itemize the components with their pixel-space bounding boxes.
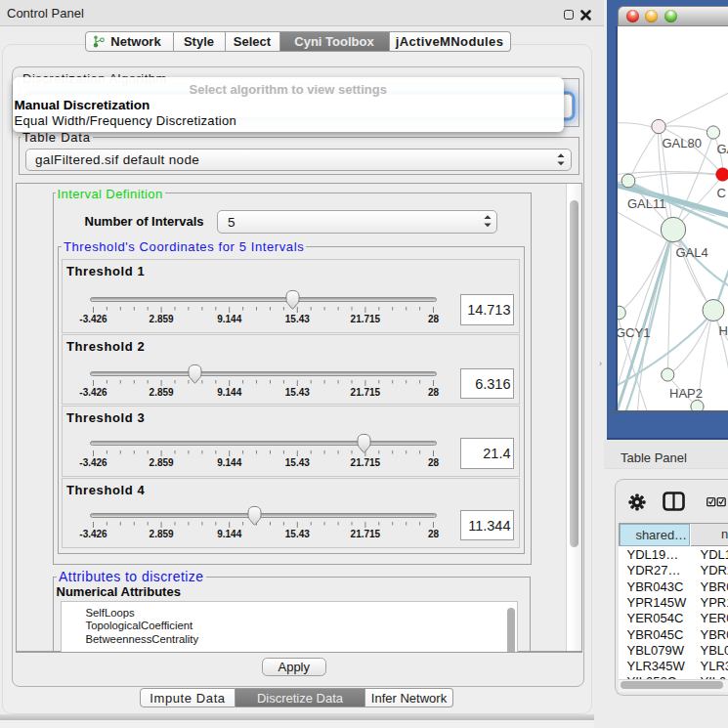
svg-text:GA: GA	[716, 142, 728, 156]
svg-text:HA: HA	[718, 323, 728, 338]
svg-text:GCY1: GCY1	[618, 325, 650, 340]
svg-text:HAP2: HAP2	[669, 386, 703, 401]
svg-text:C: C	[716, 186, 725, 200]
svg-text:GAL4: GAL4	[675, 245, 707, 260]
svg-text:GAL80: GAL80	[662, 136, 701, 150]
svg-text:GAL11: GAL11	[627, 196, 666, 211]
